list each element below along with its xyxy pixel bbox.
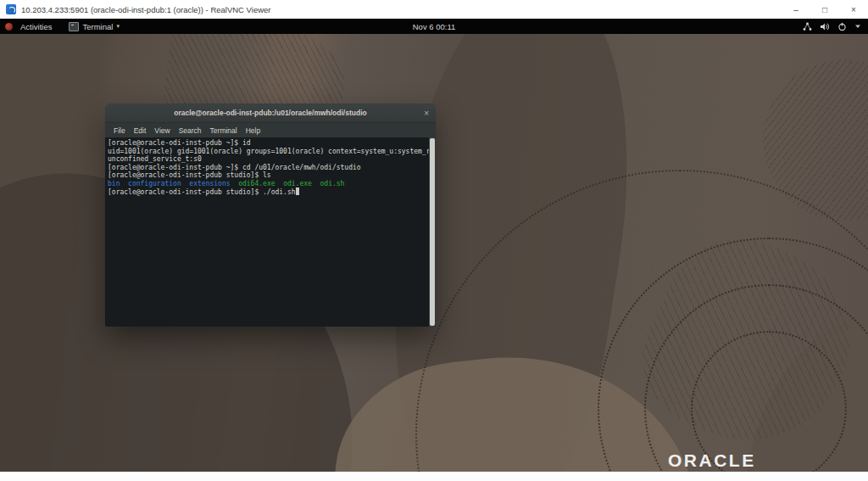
terminal-title: oracle@oracle-odi-inst-pdub:/u01/oracle/… xyxy=(105,109,436,117)
terminal-close-icon[interactable]: × xyxy=(424,103,429,122)
chevron-down-icon xyxy=(854,23,861,30)
terminal-line: [oracle@oracle-odi-inst-pdub ~]$ id xyxy=(108,139,427,148)
terminal-menubar: FileEditViewSearchTerminalHelp xyxy=(105,122,436,137)
oracle-logo: ORACLE xyxy=(668,452,778,471)
distro-icon xyxy=(5,23,13,31)
desktop-wallpaper: ORACLE oracle@oracle-odi-inst-pdub:/u01/… xyxy=(0,34,868,472)
viewer-bottom-strip xyxy=(0,472,868,481)
terminal-line: unconfined_service_t:s0 xyxy=(108,155,427,164)
topbar-left: Activities xyxy=(5,22,55,31)
network-icon xyxy=(803,22,812,31)
app-menu-label: Terminal xyxy=(82,22,113,31)
volume-icon xyxy=(820,22,830,31)
maximize-button[interactable]: □ xyxy=(810,0,839,19)
menu-item-file[interactable]: File xyxy=(109,126,130,135)
terminal-app-icon xyxy=(69,22,79,31)
terminal-line: [oracle@oracle-odi-inst-pdub ~]$ cd /u01… xyxy=(108,164,427,172)
terminal-titlebar[interactable]: oracle@oracle-odi-inst-pdub:/u01/oracle/… xyxy=(105,103,436,122)
menu-item-terminal[interactable]: Terminal xyxy=(206,126,242,135)
scrollbar-thumb[interactable] xyxy=(430,138,435,326)
power-icon xyxy=(837,22,847,31)
terminal-body[interactable]: [oracle@oracle-odi-inst-pdub ~]$ iduid=1… xyxy=(105,137,436,327)
realvnc-window-title: 10.203.4.233:5901 (oracle-odi-inst-pdub:… xyxy=(21,5,270,14)
terminal-line: bin configuration extensions odi64.exe o… xyxy=(108,180,427,188)
terminal-line: [oracle@oracle-odi-inst-pdub studio]$ ./… xyxy=(108,187,427,196)
topbar-clock-wrap: Nov 6 00:11 xyxy=(0,22,868,31)
close-button[interactable]: × xyxy=(839,0,868,19)
terminal-line: [oracle@oracle-odi-inst-pdub studio]$ ls xyxy=(108,171,427,180)
menu-item-help[interactable]: Help xyxy=(242,126,264,135)
activities-button[interactable]: Activities xyxy=(17,22,55,31)
menu-item-search[interactable]: Search xyxy=(175,126,206,135)
terminal-line: uid=1001(oracle) gid=1001(oracle) groups… xyxy=(108,148,427,156)
gnome-topbar: Activities Terminal ▾ Nov 6 00:11 xyxy=(0,19,868,34)
menu-item-view[interactable]: View xyxy=(150,126,174,135)
terminal-window: oracle@oracle-odi-inst-pdub:/u01/oracle/… xyxy=(105,103,436,327)
realvnc-titlebar: 10.203.4.233:5901 (oracle-odi-inst-pdub:… xyxy=(0,0,868,20)
terminal-lines: [oracle@oracle-odi-inst-pdub ~]$ iduid=1… xyxy=(108,139,427,196)
terminal-scrollbar[interactable] xyxy=(429,137,436,327)
chevron-down-icon: ▾ xyxy=(116,23,120,30)
window-controls: – □ × xyxy=(782,0,868,19)
clock[interactable]: Nov 6 00:11 xyxy=(413,22,456,31)
app-menu-terminal[interactable]: Terminal ▾ xyxy=(69,22,119,31)
realvnc-icon xyxy=(6,4,16,14)
screen: 10.203.4.233:5901 (oracle-odi-inst-pdub:… xyxy=(0,0,868,481)
system-status-area[interactable] xyxy=(803,22,861,31)
terminal-cursor xyxy=(296,187,300,195)
menu-item-edit[interactable]: Edit xyxy=(130,126,151,135)
minimize-button[interactable]: – xyxy=(782,0,810,19)
